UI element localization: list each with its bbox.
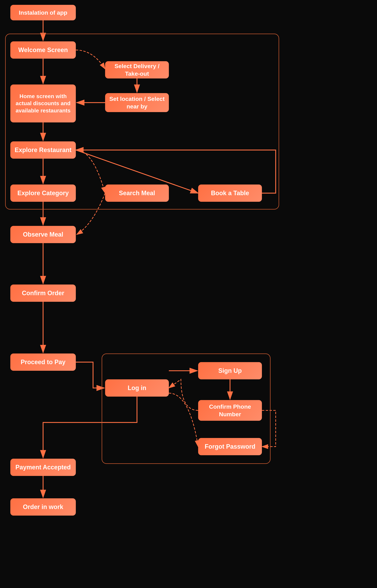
node-set-location: Set location / Select near by	[105, 93, 169, 112]
node-explore-restaurant: Explore Restaurant	[10, 141, 76, 159]
node-proceed-pay: Proceed to Pay	[10, 354, 76, 371]
node-welcome: Welcome Screen	[10, 41, 76, 59]
node-confirm-order: Confirm Order	[10, 284, 76, 302]
node-select-delivery: Select Delivery / Take-out	[105, 61, 169, 78]
node-book-table: Book a Table	[198, 184, 262, 202]
node-observe-meal: Observe Meal	[10, 226, 76, 243]
node-explore-category: Explore Category	[10, 184, 76, 202]
node-search-meal: Search Meal	[105, 184, 169, 202]
node-order-in-work: Order in work	[10, 498, 76, 515]
node-home: Home screen with actual discounts and av…	[10, 85, 76, 122]
node-install: Instalation of app	[10, 5, 76, 20]
node-payment-accepted: Payment Accepted	[10, 459, 76, 476]
